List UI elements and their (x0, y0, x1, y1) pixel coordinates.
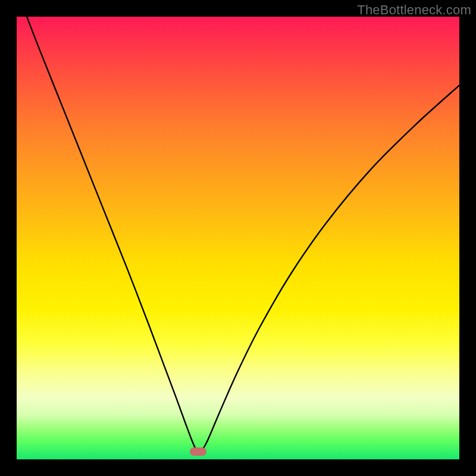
chart-frame: TheBottleneck.com (0, 0, 476, 476)
min-marker (190, 447, 206, 456)
bottleneck-curve (17, 17, 459, 459)
plot-area (17, 17, 459, 459)
watermark-text: TheBottleneck.com (357, 2, 471, 18)
